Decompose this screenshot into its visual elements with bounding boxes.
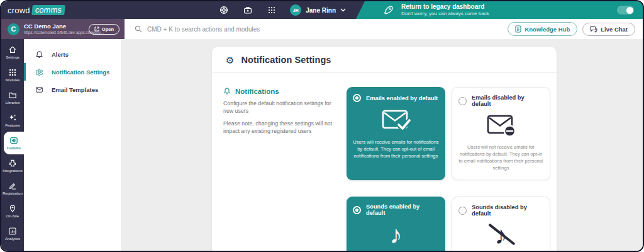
envelope-minus-icon	[458, 107, 543, 144]
card-emails-disabled[interactable]: Emails disabled by default User	[452, 87, 550, 180]
app-bar: C CC Demo Jane https://ccdemotest-bf646.…	[1, 19, 643, 39]
onsite-icon	[8, 204, 17, 213]
sidebar-item-label: Libraries	[5, 101, 19, 105]
comms-submenu: Alerts Notification Settings Email Templ…	[24, 39, 122, 252]
avatar: JR	[290, 4, 301, 16]
radio-selected[interactable]	[353, 206, 361, 214]
sidebar-item-integrations[interactable]: Integrations	[1, 154, 24, 177]
sidebar-item-comms[interactable]: Comms	[4, 132, 24, 154]
sparkles-icon	[8, 113, 17, 122]
live-chat-label: Live Chat	[601, 26, 628, 33]
top-icon-cluster	[219, 6, 276, 14]
app-logo: C	[8, 23, 19, 35]
card-header: Emails disabled by default	[458, 94, 543, 107]
main-area: ⚙ Notification Settings Notifications Co…	[122, 39, 643, 252]
sidebar-item-label: Features	[5, 123, 20, 127]
logo-box: comms	[31, 5, 65, 15]
folder-icon	[8, 91, 17, 100]
bell-icon	[35, 50, 43, 59]
analytics-icon	[8, 227, 17, 236]
submenu-item-email-templates[interactable]: Email Templates	[24, 81, 121, 98]
sidebar-item-onsite[interactable]: On-Site	[1, 200, 24, 222]
app-name: CC Demo Jane	[24, 23, 84, 30]
envelope-check-icon	[353, 102, 439, 139]
grid-icon	[8, 68, 17, 77]
bell-icon	[223, 87, 231, 95]
page-title: Notification Settings	[241, 55, 331, 65]
sidebar-item-registration[interactable]: Registration	[1, 177, 24, 200]
radio-selected[interactable]	[353, 94, 361, 102]
card-header: Emails enabled by default	[353, 94, 439, 102]
search-input[interactable]	[147, 26, 502, 33]
section-title: Notifications	[235, 88, 279, 95]
sidebar-item-features[interactable]: Features	[1, 109, 24, 132]
section-description-2: Please note, changing these settings wil…	[223, 120, 335, 135]
submenu-item-notification-settings[interactable]: Notification Settings	[24, 63, 121, 81]
radio-unselected[interactable]	[458, 97, 467, 105]
lifebuoy-icon[interactable]	[219, 6, 228, 14]
knowledge-hub-button[interactable]: Knowledge Hub	[508, 22, 577, 36]
pen-icon	[8, 181, 17, 190]
card-title: Sounds enabled by default	[366, 203, 439, 216]
open-button-label: Open	[102, 26, 114, 32]
gear-icon: ⚙	[226, 55, 234, 65]
chat-icon	[590, 26, 597, 33]
legacy-banner-title: Return to legacy dashboard	[401, 3, 489, 11]
card-description: Users will not receive emails for notifi…	[458, 144, 543, 171]
card-sounds-disabled[interactable]: Sounds disabled by default ♪ Users will …	[452, 197, 550, 252]
app-url: https://ccdemotest-bf646.dev-apps.crowdc…	[24, 30, 84, 35]
sidebar-item-label: Integrations	[3, 169, 22, 173]
main-sidebar: Settings Modules Libraries	[1, 39, 24, 252]
notification-option-cards: Emails enabled by default Users	[347, 87, 550, 252]
user-name: Jane Rinn	[306, 7, 336, 14]
chevron-down-icon	[340, 8, 346, 12]
legacy-banner-text: Return to legacy dashboard Don't worry, …	[401, 3, 489, 17]
app-window: crowd comms JR Jane Rinn	[0, 0, 644, 252]
sidebar-item-analytics[interactable]: Analytics	[1, 222, 24, 245]
notifications-intro: Notifications Configure the default noti…	[223, 87, 347, 252]
open-app-button[interactable]: Open	[89, 24, 119, 35]
current-app-block: C CC Demo Jane https://ccdemotest-bf646.…	[1, 19, 125, 39]
sidebar-item-label: On-Site	[6, 214, 19, 218]
legacy-toggle[interactable]	[617, 6, 634, 14]
card-title: Sounds disabled by default	[472, 204, 543, 217]
legacy-dashboard-banner: Return to legacy dashboard Don't worry, …	[356, 1, 643, 19]
document-icon	[515, 25, 521, 33]
panel-header: ⚙ Notification Settings	[212, 47, 557, 73]
live-chat-button[interactable]: Live Chat	[582, 23, 635, 36]
knowledge-hub-label: Knowledge Hub	[525, 26, 570, 33]
mail-icon	[35, 86, 43, 94]
submenu-item-label: Email Templates	[52, 86, 98, 93]
submenu-item-label: Alerts	[52, 51, 69, 58]
radio-unselected[interactable]	[458, 207, 467, 215]
apps-grid-icon[interactable]	[267, 6, 276, 14]
gear-icon	[35, 68, 43, 76]
notification-settings-panel: ⚙ Notification Settings Notifications Co…	[212, 47, 557, 252]
sidebar-item-modules[interactable]: Modules	[1, 64, 24, 86]
briefcase-icon[interactable]	[243, 6, 252, 14]
integrations-icon	[8, 159, 17, 168]
sidebar-item-libraries[interactable]: Libraries	[1, 86, 24, 109]
body-row: Settings Modules Libraries	[1, 39, 643, 252]
logo-word: crowd	[8, 6, 30, 15]
sidebar-item-label: Comms	[7, 146, 21, 150]
card-header: Sounds enabled by default	[353, 203, 439, 216]
card-sounds-enabled[interactable]: Sounds enabled by default ♪ Users will h…	[347, 197, 445, 252]
submenu-item-alerts[interactable]: Alerts	[24, 45, 121, 63]
sidebar-item-label: Analytics	[5, 237, 20, 241]
card-emails-enabled[interactable]: Emails enabled by default Users	[347, 87, 445, 180]
user-menu[interactable]: JR Jane Rinn	[290, 4, 346, 16]
rocket-icon	[384, 5, 394, 15]
top-navbar: crowd comms JR Jane Rinn	[1, 1, 643, 19]
sidebar-item-label: Registration	[3, 192, 23, 195]
panel-content: Notifications Configure the default noti…	[212, 73, 557, 252]
legacy-banner-subtitle: Don't worry, you can always come back	[401, 11, 489, 17]
card-header: Sounds disabled by default	[458, 204, 543, 217]
home-icon	[8, 45, 17, 54]
sidebar-item-settings[interactable]: Settings	[1, 41, 24, 64]
comms-icon	[9, 136, 18, 145]
submenu-item-label: Notification Settings	[52, 69, 109, 76]
section-header: Notifications	[223, 87, 335, 95]
app-meta: CC Demo Jane https://ccdemotest-bf646.de…	[24, 23, 84, 35]
search-bar: Knowledge Hub Live Chat	[125, 19, 643, 39]
